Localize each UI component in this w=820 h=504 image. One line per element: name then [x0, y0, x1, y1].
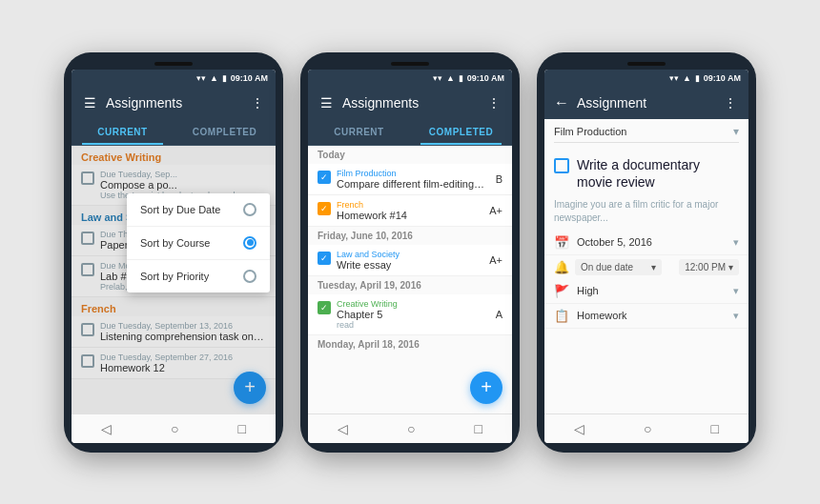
back-nav-btn-3[interactable]: ◁ [566, 419, 592, 438]
status-bar-2: ▾▾ ▲ ▮ 09:10 AM [308, 70, 512, 87]
fab-2[interactable]: + [470, 372, 502, 404]
assignment-title-section: Write a documentary movie review [544, 149, 748, 198]
type-value: Homework [577, 310, 729, 321]
back-nav-btn-2[interactable]: ◁ [330, 419, 356, 438]
signal-icon-3: ▾▾ [669, 73, 679, 83]
calendar-icon: 📅 [554, 235, 569, 250]
phone-1: ▾▾ ▲ ▮ 09:10 AM ☰ Assignments ⋮ CURRENT … [64, 52, 283, 453]
checkbox-checked[interactable]: ✓ [318, 301, 331, 314]
item-title: Write essay [337, 259, 480, 271]
filter-icon-1[interactable]: ⋮ [249, 94, 266, 111]
course-label: Creative Writing [337, 299, 486, 309]
bell-icon: 🔔 [554, 260, 569, 274]
home-nav-btn[interactable]: ○ [163, 419, 186, 438]
home-nav-btn-2[interactable]: ○ [400, 419, 422, 438]
course-label: Film Production [337, 169, 486, 178]
tab-current-1[interactable]: CURRENT [72, 119, 174, 145]
tab-bar-1: CURRENT COMPLETED [72, 119, 276, 146]
recents-nav-btn-3[interactable]: □ [704, 419, 727, 438]
list-item[interactable]: ✓ Creative Writing Chapter 5 read A [308, 294, 512, 335]
item-subtitle: read [337, 320, 486, 330]
app-bar-3: ← Assignment ⋮ [544, 87, 748, 119]
reminder-row[interactable]: 🔔 On due date ▾ 12:00 PM ▾ [544, 255, 748, 279]
course-field[interactable]: Film Production ▾ [554, 125, 739, 143]
flag-icon: 🚩 [554, 284, 569, 298]
bottom-nav-2: ◁ ○ □ [308, 413, 512, 443]
content-3: Film Production ▾ Write a documentary mo… [544, 119, 748, 413]
home-nav-btn-3[interactable]: ○ [636, 419, 659, 438]
battery-icon-2: ▮ [459, 73, 463, 83]
item-grade: A [496, 309, 502, 320]
item-grade: A+ [489, 205, 502, 216]
radio-duedate[interactable] [243, 203, 256, 216]
content-1: Creative Writing Due Tuesday, Sep... Com… [72, 146, 276, 413]
back-icon[interactable]: ← [554, 94, 569, 111]
tab-completed-1[interactable]: COMPLETED [174, 119, 276, 145]
app-title-2: Assignments [342, 95, 485, 111]
back-nav-btn[interactable]: ◁ [93, 419, 119, 438]
hamburger-icon-2[interactable]: ☰ [318, 94, 335, 111]
item-title: Chapter 5 [337, 309, 486, 320]
course-label: Law and Society [337, 250, 480, 259]
priority-arrow: ▾ [733, 285, 739, 297]
type-arrow: ▾ [733, 310, 739, 322]
item-title: Homework #14 [337, 210, 480, 221]
time-3: 09:10 AM [704, 73, 741, 83]
checkbox-checked[interactable]: ✓ [318, 202, 331, 215]
title-checkbox[interactable] [554, 158, 569, 173]
wifi-icon-2: ▲ [446, 73, 455, 83]
radio-priority[interactable] [243, 270, 256, 283]
hamburger-icon[interactable]: ☰ [81, 94, 98, 111]
time-select[interactable]: 12:00 PM ▾ [679, 259, 739, 275]
radio-course[interactable] [243, 236, 256, 250]
tab-current-2[interactable]: CURRENT [308, 119, 410, 145]
course-arrow: ▾ [733, 125, 739, 138]
type-row[interactable]: 📋 Homework ▾ [544, 304, 748, 329]
screen-1: ▾▾ ▲ ▮ 09:10 AM ☰ Assignments ⋮ CURRENT … [72, 70, 276, 443]
date-label-monday: Monday, April 18, 2016 [308, 335, 512, 353]
reminder-select[interactable]: On due date ▾ [575, 259, 662, 275]
list-item[interactable]: ✓ French Homework #14 A+ [308, 195, 512, 227]
status-bar-1: ▾▾ ▲ ▮ 09:10 AM [72, 70, 276, 87]
date-label-tuesday: Tuesday, April 19, 2016 [308, 276, 512, 294]
checkbox-checked[interactable]: ✓ [318, 171, 331, 184]
tab-completed-2[interactable]: COMPLETED [410, 119, 512, 145]
dropdown-sort-priority[interactable]: Sort by Priority [127, 260, 270, 292]
item-grade: B [496, 173, 502, 185]
date-value: October 5, 2016 [577, 236, 729, 248]
type-icon: 📋 [554, 309, 569, 323]
signal-icon: ▾▾ [196, 73, 206, 83]
checkbox-checked[interactable]: ✓ [318, 252, 331, 265]
assignment-desc: Imagine you are a film critic for a majo… [544, 198, 748, 231]
recents-nav-btn-2[interactable]: □ [467, 419, 490, 438]
priority-row[interactable]: 🚩 High ▾ [544, 279, 748, 304]
filter-icon-2[interactable]: ⋮ [485, 94, 502, 111]
dropdown-menu: Sort by Due Date Sort by Course Sort by … [127, 193, 270, 292]
assignment-main-title: Write a documentary movie review [577, 156, 739, 191]
recents-nav-btn[interactable]: □ [231, 419, 254, 438]
screen-2: ▾▾ ▲ ▮ 09:10 AM ☰ Assignments ⋮ CURRENT … [308, 70, 512, 443]
date-row[interactable]: 📅 October 5, 2016 ▾ [544, 231, 748, 255]
course-label: French [337, 200, 480, 210]
battery-icon: ▮ [222, 73, 227, 83]
priority-value: High [577, 285, 729, 296]
course-value: Film Production [554, 126, 733, 137]
app-bar-2: ☰ Assignments ⋮ [308, 87, 512, 119]
more-icon[interactable]: ⋮ [722, 94, 739, 111]
dropdown-sort-course[interactable]: Sort by Course [127, 227, 270, 260]
date-label-today: Today [308, 146, 512, 164]
wifi-icon-3: ▲ [683, 73, 691, 83]
dropdown-sort-duedate[interactable]: Sort by Due Date [127, 193, 270, 227]
tab-bar-2: CURRENT COMPLETED [308, 119, 512, 146]
list-item[interactable]: ✓ Film Production Compare different film… [308, 164, 512, 195]
item-title: Compare different film-editing tools [337, 178, 486, 190]
bottom-nav-3: ◁ ○ □ [544, 413, 748, 443]
phone-3: ▾▾ ▲ ▮ 09:10 AM ← Assignment ⋮ Film Prod… [537, 52, 756, 453]
list-item[interactable]: ✓ Law and Society Write essay A+ [308, 245, 512, 276]
battery-icon-3: ▮ [695, 73, 700, 83]
content-2: Today ✓ Film Production Compare differen… [308, 146, 512, 413]
status-bar-3: ▾▾ ▲ ▮ 09:10 AM [544, 70, 748, 87]
phone-2: ▾▾ ▲ ▮ 09:10 AM ☰ Assignments ⋮ CURRENT … [300, 52, 520, 453]
screen-3: ▾▾ ▲ ▮ 09:10 AM ← Assignment ⋮ Film Prod… [544, 70, 748, 443]
signal-icon-2: ▾▾ [433, 73, 442, 83]
